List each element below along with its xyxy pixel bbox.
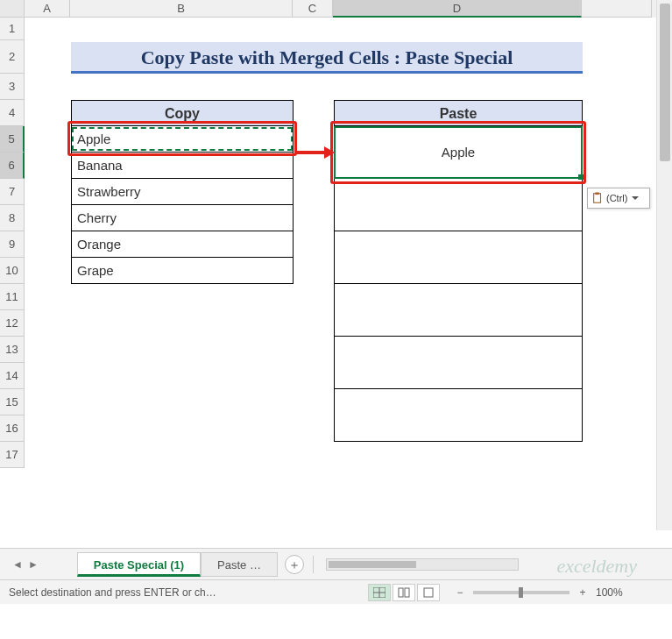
- row-header-12[interactable]: 12: [0, 310, 25, 337]
- page-title: Copy Paste with Merged Cells : Paste Spe…: [71, 42, 583, 74]
- paste-cell-2[interactable]: [334, 179, 583, 231]
- copy-cell-5[interactable]: Orange: [71, 231, 294, 258]
- col-header-D[interactable]: D: [333, 0, 582, 18]
- row-header-4[interactable]: 4: [0, 100, 25, 126]
- copy-cell-4[interactable]: Cherry: [71, 205, 294, 231]
- row-header-6[interactable]: 6: [0, 153, 25, 179]
- tab-nav-prev-icon[interactable]: ◄: [12, 558, 23, 571]
- vertical-scrollbar-thumb[interactable]: [660, 4, 670, 161]
- svg-rect-7: [424, 588, 433, 597]
- column-header-row: A B C D: [0, 0, 672, 18]
- page-break-icon: [422, 587, 435, 598]
- col-header-C[interactable]: C: [293, 0, 333, 18]
- row-header-7[interactable]: 7: [0, 179, 25, 205]
- row-header-14[interactable]: 14: [0, 363, 25, 389]
- view-page-break-button[interactable]: [417, 584, 440, 601]
- zoom-slider[interactable]: [473, 591, 569, 594]
- col-header-A[interactable]: A: [25, 0, 70, 18]
- paste-cell-4[interactable]: [334, 284, 583, 337]
- status-bar: Select destination and press ENTER or ch…: [0, 579, 672, 604]
- svg-rect-0: [594, 194, 601, 203]
- row-header-9[interactable]: 9: [0, 231, 25, 258]
- svg-rect-1: [595, 192, 598, 195]
- worksheet-grid[interactable]: A B C D 1 2 3 4 5 6 7 8 9 10 11 12 13 14…: [0, 0, 672, 548]
- tab-nav-next-icon[interactable]: ►: [28, 558, 39, 571]
- tab-separator: [313, 556, 314, 573]
- annotation-box-source: [67, 121, 297, 156]
- col-header-extra[interactable]: [582, 0, 652, 18]
- col-header-B[interactable]: B: [70, 0, 293, 18]
- view-normal-button[interactable]: [368, 584, 391, 601]
- annotation-box-target: [330, 121, 586, 184]
- row-header-2[interactable]: 2: [0, 40, 25, 74]
- clipboard-icon: [591, 192, 604, 204]
- copy-cell-2[interactable]: Banana: [71, 153, 294, 179]
- page-icon: [398, 587, 410, 598]
- view-buttons: [368, 584, 440, 601]
- row-header-11[interactable]: 11: [0, 284, 25, 310]
- grid-icon: [373, 587, 386, 598]
- horizontal-scrollbar-thumb[interactable]: [329, 561, 416, 568]
- paste-cell-6[interactable]: [334, 389, 583, 442]
- copy-cell-3[interactable]: Strawberry: [71, 179, 294, 205]
- row-header-5[interactable]: 5: [0, 126, 25, 153]
- horizontal-scrollbar[interactable]: [326, 558, 519, 571]
- zoom-level-label[interactable]: 100%: [596, 586, 623, 599]
- add-sheet-button[interactable]: ＋: [285, 555, 304, 574]
- row-header-10[interactable]: 10: [0, 258, 25, 284]
- zoom-control: − + 100%: [454, 586, 623, 599]
- cell-area[interactable]: Copy Paste with Merged Cells : Paste Spe…: [25, 18, 672, 468]
- select-all-corner[interactable]: [0, 0, 25, 18]
- row-header-17[interactable]: 17: [0, 442, 25, 468]
- vertical-scrollbar[interactable]: [656, 0, 672, 530]
- row-header-column: 1 2 3 4 5 6 7 8 9 10 11 12 13 14 15 16 1…: [0, 18, 25, 468]
- tab-nav-arrows[interactable]: ◄ ►: [0, 558, 51, 571]
- zoom-out-button[interactable]: −: [454, 586, 466, 599]
- paste-options-label: (Ctrl): [606, 193, 627, 203]
- paste-cell-5[interactable]: [334, 337, 583, 389]
- sheet-tab-bar: ◄ ► Paste Special (1) Paste … ＋: [0, 548, 672, 579]
- status-message: Select destination and press ENTER or ch…: [0, 586, 228, 599]
- row-header-3[interactable]: 3: [0, 74, 25, 100]
- row-header-15[interactable]: 15: [0, 389, 25, 415]
- row-header-13[interactable]: 13: [0, 337, 25, 363]
- zoom-in-button[interactable]: +: [577, 586, 589, 599]
- view-page-layout-button[interactable]: [393, 584, 415, 601]
- paste-options-button[interactable]: (Ctrl): [587, 188, 650, 209]
- row-header-8[interactable]: 8: [0, 205, 25, 231]
- svg-rect-5: [399, 588, 403, 597]
- tab-other[interactable]: Paste …: [201, 552, 278, 577]
- chevron-down-icon: [632, 196, 639, 200]
- annotation-arrow: [296, 146, 336, 159]
- paste-cell-3[interactable]: [334, 231, 583, 284]
- row-header-1[interactable]: 1: [0, 18, 25, 40]
- tab-active[interactable]: Paste Special (1): [77, 552, 201, 577]
- svg-rect-6: [405, 588, 409, 597]
- row-header-16[interactable]: 16: [0, 415, 25, 442]
- copy-cell-6[interactable]: Grape: [71, 258, 294, 284]
